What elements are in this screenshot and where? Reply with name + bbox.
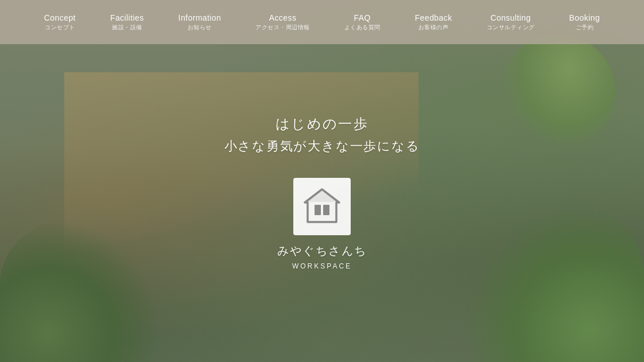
nav-item-faq[interactable]: FAQ よくある質問 (327, 13, 398, 31)
navbar: Concept コンセプト Facilities 施設・設備 Informati… (0, 0, 644, 44)
nav-facilities-en: Facilities (110, 13, 144, 23)
nav-information-ja: お知らせ (188, 24, 212, 32)
nav-item-concept[interactable]: Concept コンセプト (27, 13, 93, 31)
nav-faq-en: FAQ (354, 13, 371, 23)
nav-booking-ja: ご予約 (576, 24, 594, 32)
page-wrapper: Concept コンセプト Facilities 施設・設備 Informati… (0, 0, 644, 362)
nav-information-en: Information (179, 13, 222, 23)
nav-access-en: Access (269, 13, 297, 23)
nav-item-booking[interactable]: Booking ご予約 (552, 13, 618, 31)
nav-access-ja: アクセス・周辺情報 (255, 24, 310, 32)
nav-booking-en: Booking (569, 13, 600, 23)
nav-concept-en: Concept (44, 13, 76, 23)
nav-concept-ja: コンセプト (45, 24, 75, 32)
logo-container: みやぐちさんち WORKSPACE (277, 178, 367, 270)
hero-tagline-bottom: 小さな勇気が大きな一歩になる (224, 138, 420, 155)
nav-consulting-en: Consulting (490, 13, 530, 23)
nav-faq-ja: よくある質問 (344, 24, 381, 32)
nav-feedback-en: Feedback (415, 13, 452, 23)
logo-icon (293, 178, 351, 235)
nav-facilities-ja: 施設・設備 (112, 24, 142, 32)
nav-item-consulting[interactable]: Consulting コンサルティング (470, 13, 552, 31)
nav-item-facilities[interactable]: Facilities 施設・設備 (93, 13, 161, 31)
nav-item-feedback[interactable]: Feedback お客様の声 (398, 13, 470, 31)
nav-item-information[interactable]: Information お知らせ (161, 13, 239, 31)
nav-feedback-ja: お客様の声 (418, 24, 449, 32)
nav-consulting-ja: コンサルティング (487, 24, 535, 32)
logo-svg (302, 186, 342, 227)
svg-rect-1 (315, 205, 321, 215)
svg-rect-2 (323, 205, 329, 215)
hero-content: はじめの一歩 小さな勇気が大きな一歩になる みやぐちさんち WORKSPACE (0, 0, 644, 362)
nav-items: Concept コンセプト Facilities 施設・設備 Informati… (27, 13, 617, 31)
hero-tagline-top: はじめの一歩 (276, 115, 368, 133)
logo-name-en: WORKSPACE (292, 262, 352, 270)
nav-item-access[interactable]: Access アクセス・周辺情報 (238, 13, 327, 31)
logo-name-ja: みやぐちさんち (277, 243, 367, 259)
